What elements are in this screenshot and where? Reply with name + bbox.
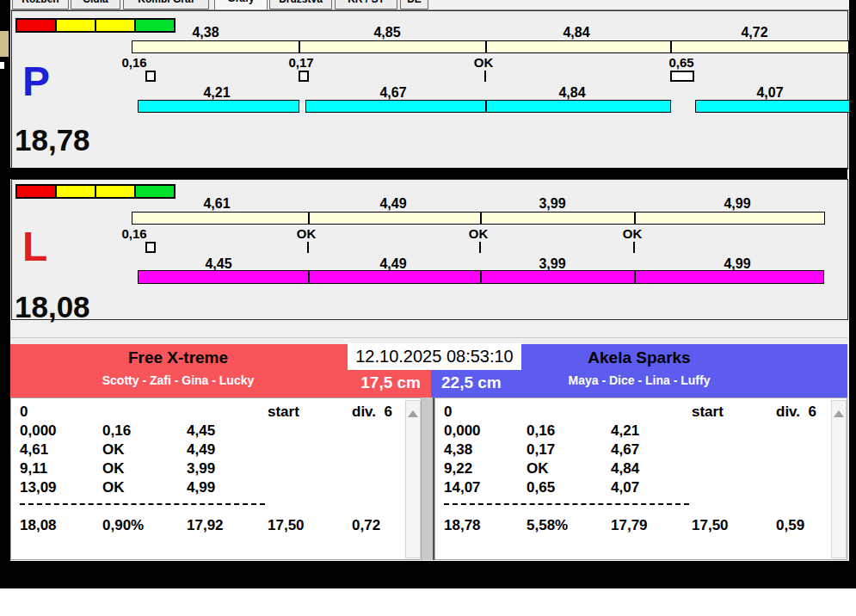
lane-letter: P <box>22 61 50 102</box>
splits-table-left[interactable]: 0startdiv. 60,0000,164,454,61OK4,499,11O… <box>10 397 422 560</box>
team-name: Free X-treme <box>10 348 346 367</box>
split-row-cell: OK <box>102 441 125 459</box>
bar-divider <box>485 41 487 52</box>
dog-split-bar <box>695 100 850 113</box>
total-row-cell: 17,79 <box>611 517 648 534</box>
table-scrollbar[interactable] <box>405 400 421 558</box>
crossover-label: 0,16 <box>121 226 146 241</box>
flyball-graph-window: RozběhČidlaKombi GrafGrafyDružstvaKR / S… <box>10 0 849 561</box>
split-row-cell: 4,21 <box>611 422 639 440</box>
split-row-cell: 0,65 <box>527 479 555 496</box>
split-row-cell: OK <box>102 479 125 496</box>
total-split-label: 4,38 <box>192 25 219 40</box>
table-header-cell: start <box>268 403 299 421</box>
crossover-tick <box>479 242 481 253</box>
split-row-cell: 4,07 <box>611 479 639 496</box>
table-gap <box>422 397 434 560</box>
tab-rozb-h[interactable]: Rozběh <box>12 0 69 9</box>
dog-split-label: 4,07 <box>756 85 783 101</box>
total-split-label: 4,49 <box>379 196 406 212</box>
screen: RozběhČidlaKombi GrafGrafyDružstvaKR / S… <box>0 0 856 616</box>
split-row-cell: 4,61 <box>20 441 48 459</box>
status-cell <box>55 186 95 197</box>
status-cell <box>134 186 174 197</box>
total-row-cell: 0,59 <box>776 517 804 534</box>
tab-dru-stva[interactable]: Družstva <box>269 0 332 9</box>
heat-status-strip <box>15 184 176 199</box>
crossover-label: 0,16 <box>121 55 146 70</box>
bar-divider <box>634 270 636 284</box>
bar-divider <box>485 100 487 113</box>
splits-table-right[interactable]: 0startdiv. 60,0000,164,214,380,174,679,2… <box>434 397 847 560</box>
split-row-cell: OK <box>102 460 125 477</box>
status-cell <box>134 20 174 31</box>
total-row-cell: 17,50 <box>692 517 729 534</box>
split-row-cell: 9,22 <box>444 460 472 477</box>
split-row-cell: 0,000 <box>20 422 57 440</box>
team-members: Scotty - Zafi - Gina - Lucky <box>10 373 346 387</box>
tab-kr-st[interactable]: KR / ST <box>335 0 397 9</box>
status-cell <box>95 20 134 31</box>
crossover-tick <box>307 242 309 253</box>
total-split-label: 4,61 <box>203 196 230 212</box>
split-row-cell: 4,99 <box>187 479 215 496</box>
total-row-cell: 0,72 <box>352 517 380 534</box>
jump-height-label: 17,5 cm <box>360 371 421 395</box>
datetime-display: 12.10.2025 08:53:10 <box>348 343 521 370</box>
crossover-label: 0,17 <box>288 55 313 70</box>
split-row-cell: 13,09 <box>20 479 57 496</box>
split-row-cell: 0,17 <box>527 441 555 459</box>
bar-divider <box>480 213 482 224</box>
tab-grafy[interactable]: Grafy <box>214 0 268 10</box>
split-row-cell: 4,67 <box>611 441 639 459</box>
total-row-cell: 0,90% <box>102 517 144 534</box>
total-row-cell: 18,08 <box>20 517 57 534</box>
split-row-cell: 0,16 <box>102 422 131 440</box>
status-cell <box>17 20 55 31</box>
crossover-tick <box>633 242 635 253</box>
crossover-label: OK <box>623 226 643 241</box>
tab-kombi-graf[interactable]: Kombi Graf <box>123 0 209 9</box>
crossover-label: OK <box>474 55 494 70</box>
crossover-label: 0,65 <box>668 55 693 70</box>
jump-height-label: 22,5 cm <box>441 371 502 395</box>
table-scrollbar[interactable] <box>831 400 847 558</box>
dog-split-label: 4,84 <box>558 85 585 101</box>
total-row-cell: 18,78 <box>444 517 481 534</box>
desktop-edge-bottom <box>0 561 856 588</box>
bar-divider <box>634 213 636 224</box>
total-split-label: 4,72 <box>741 25 767 40</box>
tab--idla[interactable]: Čidla <box>71 0 120 9</box>
tab-bar: RozběhČidlaKombi GrafGrafyDružstvaKR / S… <box>10 0 849 10</box>
scroll-up-arrow[interactable] <box>408 405 418 417</box>
split-row-cell: 4,38 <box>444 441 472 459</box>
total-split-bar <box>132 40 849 53</box>
table-separator <box>20 503 265 505</box>
split-row-cell: OK <box>527 460 549 477</box>
heat-status-strip <box>15 18 176 33</box>
bar-divider <box>299 41 300 52</box>
table-header-cell: div. 6 <box>776 403 816 421</box>
crossover-box <box>145 71 156 82</box>
scroll-up-arrow[interactable] <box>834 405 844 417</box>
tab-de[interactable]: DE <box>400 0 428 9</box>
lane-panel-left: 4,614,493,994,990,16OKOKOK4,454,493,994,… <box>11 179 848 320</box>
table-header-cell: div. 6 <box>352 403 392 421</box>
split-row-cell: 4,84 <box>611 460 639 477</box>
total-split-label: 4,99 <box>724 196 750 212</box>
status-cell <box>17 186 55 197</box>
desktop-edge-right <box>849 0 856 561</box>
dog-split-bar <box>305 100 486 113</box>
total-split-bar <box>132 212 825 225</box>
bar-divider <box>670 41 672 52</box>
total-row-cell: 17,50 <box>268 517 305 534</box>
lane-total-time: 18,08 <box>15 292 90 322</box>
dog-split-bar <box>138 100 299 113</box>
background-fragment <box>0 62 4 69</box>
lane-letter: L <box>22 226 47 268</box>
table-separator <box>444 503 689 505</box>
bar-divider <box>308 213 310 224</box>
crossover-label: OK <box>469 226 489 241</box>
dog-split-label: 4,67 <box>379 85 406 101</box>
bar-divider <box>308 270 310 284</box>
